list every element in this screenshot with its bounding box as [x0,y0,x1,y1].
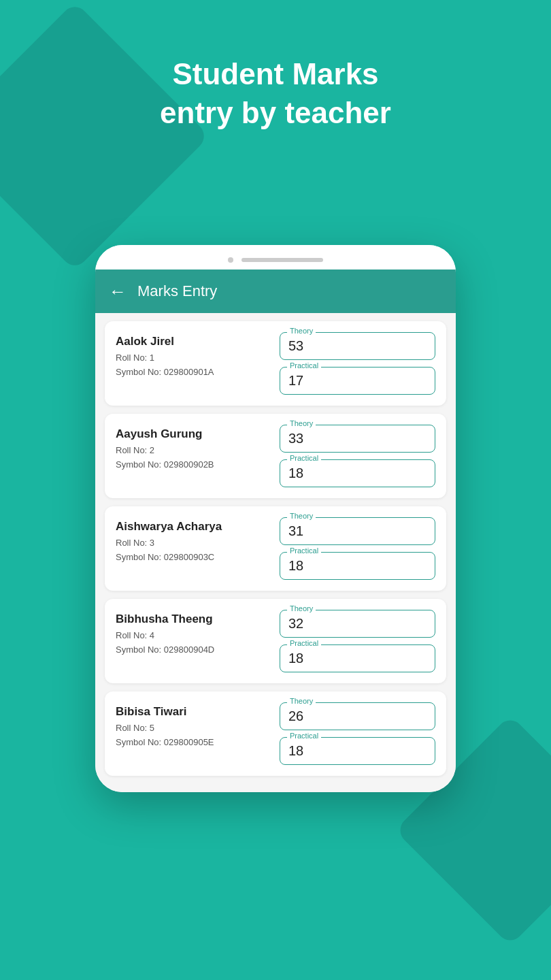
student-roll: Roll No: 5 [116,721,271,736]
student-card: Aalok Jirel Roll No: 1 Symbol No: 029800… [105,321,446,406]
theory-value: 53 [288,337,427,354]
practical-value: 18 [288,557,427,574]
student-info: Aayush Gurung Roll No: 2 Symbol No: 0298… [116,425,271,472]
page-heading: Student Marks entry by teacher [0,54,551,132]
student-symbol: Symbol No: 029800904D [116,643,271,657]
student-name: Aishwarya Acharya [116,520,271,534]
marks-fields: Theory 33 Practical 18 [280,425,435,487]
practical-field[interactable]: Practical 18 [280,737,435,765]
student-info: Aishwarya Acharya Roll No: 3 Symbol No: … [116,517,271,565]
student-symbol: Symbol No: 029800901A [116,365,271,380]
theory-label: Theory [287,327,316,335]
student-card: Aishwarya Acharya Roll No: 3 Symbol No: … [105,506,446,591]
practical-value: 17 [288,372,427,389]
theory-value: 32 [288,615,427,632]
student-info: Aalok Jirel Roll No: 1 Symbol No: 029800… [116,332,271,380]
practical-label: Practical [287,546,321,555]
bg-arrow-left [0,1,210,271]
student-list: Aalok Jirel Roll No: 1 Symbol No: 029800… [95,313,456,792]
theory-label: Theory [287,419,316,427]
practical-value: 18 [288,464,427,481]
phone-dot [228,257,233,263]
marks-fields: Theory 26 Practical 18 [280,702,435,765]
theory-label: Theory [287,604,316,612]
student-symbol: Symbol No: 029800902B [116,458,271,472]
practical-field[interactable]: Practical 18 [280,459,435,487]
marks-fields: Theory 31 Practical 18 [280,517,435,580]
student-name: Bibhusha Theeng [116,612,271,626]
practical-label: Practical [287,361,321,370]
student-roll: Roll No: 2 [116,444,271,458]
marks-fields: Theory 32 Practical 18 [280,610,435,672]
practical-value: 18 [288,649,427,666]
theory-value: 26 [288,707,427,724]
practical-label: Practical [287,639,321,647]
theory-value: 33 [288,429,427,446]
theory-field[interactable]: Theory 26 [280,702,435,730]
practical-field[interactable]: Practical 18 [280,552,435,580]
practical-label: Practical [287,454,321,462]
student-symbol: Symbol No: 029800905E [116,736,271,750]
student-info: Bibisa Tiwari Roll No: 5 Symbol No: 0298… [116,702,271,750]
student-card: Bibisa Tiwari Roll No: 5 Symbol No: 0298… [105,691,446,776]
student-name: Aalok Jirel [116,335,271,348]
student-card: Aayush Gurung Roll No: 2 Symbol No: 0298… [105,414,446,498]
theory-field[interactable]: Theory 53 [280,332,435,360]
back-button[interactable]: ← [109,282,127,300]
student-name: Aayush Gurung [116,427,271,441]
practical-field[interactable]: Practical 17 [280,367,435,395]
app-header: ← Marks Entry [95,270,456,313]
theory-field[interactable]: Theory 33 [280,425,435,453]
theory-field[interactable]: Theory 32 [280,610,435,638]
app-header-title: Marks Entry [137,282,217,300]
student-roll: Roll No: 3 [116,536,271,551]
theory-value: 31 [288,522,427,539]
theory-field[interactable]: Theory 31 [280,517,435,545]
practical-value: 18 [288,742,427,759]
student-info: Bibhusha Theeng Roll No: 4 Symbol No: 02… [116,610,271,657]
student-roll: Roll No: 1 [116,351,271,365]
marks-fields: Theory 53 Practical 17 [280,332,435,395]
practical-field[interactable]: Practical 18 [280,644,435,672]
phone-bar [241,258,323,262]
phone-mockup: ← Marks Entry Aalok Jirel Roll No: 1 Sym… [95,245,456,792]
theory-label: Theory [287,512,316,520]
phone-top-bar [95,245,456,270]
student-roll: Roll No: 4 [116,629,271,643]
student-name: Bibisa Tiwari [116,705,271,719]
student-card: Bibhusha Theeng Roll No: 4 Symbol No: 02… [105,599,446,683]
theory-label: Theory [287,697,316,705]
practical-label: Practical [287,732,321,740]
student-symbol: Symbol No: 029800903C [116,551,271,565]
